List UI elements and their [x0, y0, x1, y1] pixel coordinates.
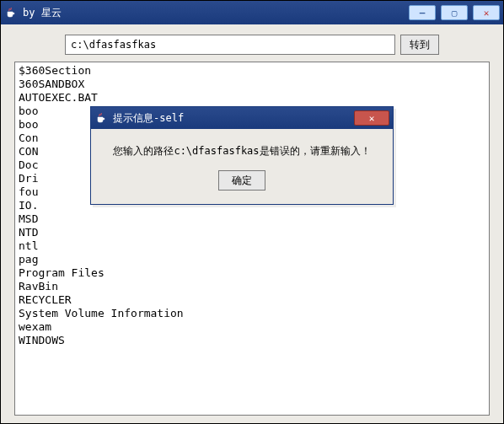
dialog-body: 您输入的路径c:\dfasfasfkas是错误的，请重新输入！ 确定 [91, 129, 393, 204]
dialog-ok-button[interactable]: 确定 [218, 170, 265, 191]
dialog-title: 提示信息-self [113, 111, 354, 126]
path-input[interactable] [65, 35, 395, 55]
path-row: 转到 [65, 35, 439, 55]
close-button[interactable]: ✕ [473, 5, 500, 20]
window-controls: — ▢ ✕ [409, 5, 500, 20]
dialog-message: 您输入的路径c:\dfasfasfkas是错误的，请重新输入！ [101, 144, 383, 158]
minimize-button[interactable]: — [409, 5, 436, 20]
dialog-titlebar: 提示信息-self ✕ [91, 107, 393, 129]
window-title: by 星云 [23, 6, 409, 20]
maximize-button[interactable]: ▢ [441, 5, 468, 20]
go-button[interactable]: 转到 [400, 35, 439, 55]
dialog-close-button[interactable]: ✕ [354, 110, 389, 126]
main-titlebar: by 星云 — ▢ ✕ [1, 1, 503, 24]
java-icon [4, 6, 18, 19]
error-dialog: 提示信息-self ✕ 您输入的路径c:\dfasfasfkas是错误的，请重新… [90, 106, 394, 205]
java-icon [94, 111, 108, 125]
content-area: 转到 $360Section 360SANDBOX AUTOEXEC.BAT b… [1, 24, 503, 423]
